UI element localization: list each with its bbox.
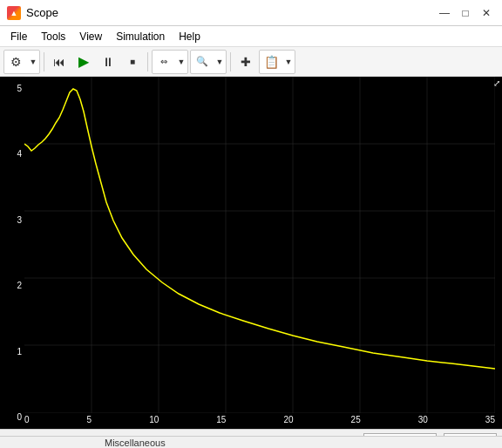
x-label-35: 35 bbox=[485, 415, 495, 427]
close-button[interactable]: ✕ bbox=[478, 4, 495, 22]
y-label-4: 4 bbox=[0, 149, 22, 159]
x-axis: 0 5 10 15 20 25 30 35 bbox=[24, 413, 495, 429]
expand-button[interactable]: ⤢ bbox=[493, 78, 500, 88]
menu-simulation[interactable]: Simulation bbox=[109, 29, 172, 44]
app-icon: ▲ bbox=[7, 6, 21, 20]
y-label-2: 2 bbox=[0, 281, 22, 290]
data-tips-button[interactable]: ✚ bbox=[234, 51, 257, 73]
zoom-time-arrow[interactable]: ▼ bbox=[175, 51, 187, 73]
zoom-scope-arrow[interactable]: ▼ bbox=[214, 51, 226, 73]
y-label-3: 3 bbox=[0, 215, 22, 225]
x-label-15: 15 bbox=[216, 415, 226, 427]
stop-button[interactable]: ■ bbox=[121, 51, 144, 73]
menu-help[interactable]: Help bbox=[172, 29, 207, 44]
separator-3 bbox=[230, 52, 231, 71]
menu-view[interactable]: View bbox=[72, 29, 109, 44]
y-label-0: 0 bbox=[0, 412, 22, 422]
x-label-20: 20 bbox=[283, 415, 293, 427]
separator-2 bbox=[147, 52, 148, 71]
minimize-button[interactable]: — bbox=[436, 4, 453, 22]
rewind-button[interactable]: ⏮ bbox=[48, 51, 71, 73]
x-label-5: 5 bbox=[87, 415, 92, 427]
zoom-time-button[interactable]: ⇔ bbox=[153, 51, 175, 73]
menu-tools[interactable]: Tools bbox=[34, 29, 72, 44]
chart-canvas[interactable] bbox=[24, 77, 495, 413]
plot-area-container: ⤢ 5 4 3 2 1 0 0 5 10 15 20 25 30 35 bbox=[0, 77, 502, 429]
x-label-30: 30 bbox=[418, 415, 428, 427]
window-controls: — □ ✕ bbox=[436, 4, 495, 22]
properties-button[interactable]: 📋 bbox=[260, 51, 282, 73]
maximize-button[interactable]: □ bbox=[457, 4, 474, 22]
settings-dropdown-arrow[interactable]: ▼ bbox=[27, 51, 39, 73]
y-label-1: 1 bbox=[0, 347, 22, 356]
menubar: File Tools View Simulation Help bbox=[0, 26, 502, 47]
zoom-scope-button[interactable]: 🔍 bbox=[191, 51, 214, 73]
pause-button[interactable]: ⏸ bbox=[97, 51, 119, 73]
toolbar: ⚙ ▼ ⏮ ▶ ⏸ ■ ⇔ ▼ 🔍 ▼ ✚ 📋 ▼ bbox=[0, 47, 502, 77]
svg-rect-0 bbox=[24, 77, 495, 413]
play-button[interactable]: ▶ bbox=[72, 51, 95, 73]
window-title: Scope bbox=[26, 6, 58, 19]
separator-1 bbox=[44, 52, 44, 71]
misc-label: Miscellaneous bbox=[105, 438, 166, 448]
properties-group[interactable]: 📋 ▼ bbox=[259, 50, 295, 74]
misc-bar: Miscellaneous bbox=[0, 436, 502, 448]
menu-file[interactable]: File bbox=[3, 29, 34, 44]
x-label-10: 10 bbox=[149, 415, 159, 427]
y-axis: 5 4 3 2 1 0 bbox=[0, 77, 24, 429]
titlebar: ▲ Scope — □ ✕ bbox=[0, 0, 502, 26]
chart-svg bbox=[24, 77, 495, 413]
x-label-0: 0 bbox=[24, 415, 30, 427]
settings-group[interactable]: ⚙ ▼ bbox=[3, 50, 40, 74]
properties-arrow[interactable]: ▼ bbox=[282, 51, 295, 73]
settings-button[interactable]: ⚙ bbox=[4, 51, 27, 73]
y-label-5: 5 bbox=[0, 84, 22, 93]
x-label-25: 25 bbox=[351, 415, 361, 427]
zoom-time-group[interactable]: ⇔ ▼ bbox=[152, 50, 188, 74]
zoom-scope-group[interactable]: 🔍 ▼ bbox=[190, 50, 227, 74]
